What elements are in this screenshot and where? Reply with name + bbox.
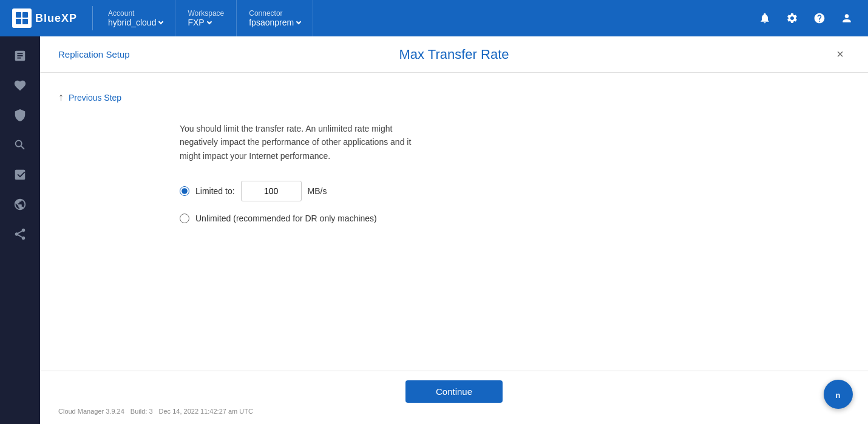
netapp-logo[interactable]: BlueXP	[12, 8, 77, 28]
workspace-selector[interactable]: Workspace FXP	[175, 0, 237, 36]
connector-selector[interactable]: Connector fpsaonprem	[237, 0, 313, 36]
sidebar	[0, 36, 40, 424]
sidebar-item-reports[interactable]	[7, 161, 33, 188]
logo-box	[12, 8, 32, 28]
svg-line-8	[18, 231, 22, 234]
svg-point-5	[15, 232, 19, 236]
workspace-chevron-icon	[206, 19, 211, 24]
header-icons	[753, 6, 868, 30]
unlimited-radio[interactable]	[180, 214, 189, 223]
connector-value: fpsaonprem	[249, 18, 300, 27]
svg-rect-1	[22, 12, 28, 18]
date-label: Dec 14, 2022 11:42:27 am UTC	[159, 408, 253, 415]
user-button[interactable]	[835, 6, 859, 30]
account-chevron-icon	[158, 19, 163, 24]
arrow-up-icon: ↑	[58, 91, 64, 104]
limited-radio[interactable]	[180, 186, 189, 196]
sidebar-item-health[interactable]	[7, 72, 33, 99]
nav-divider-1	[92, 6, 93, 30]
sidebar-item-settings[interactable]	[7, 191, 33, 218]
transfer-rate-input[interactable]	[241, 181, 302, 201]
close-button[interactable]: ×	[830, 45, 850, 64]
limited-option: Limited to: MB/s	[180, 181, 850, 201]
health-icon	[13, 79, 27, 92]
previous-step-button[interactable]: ↑ Previous Step	[58, 91, 121, 104]
connector-chevron-icon	[296, 19, 301, 24]
header-nav: Account hybrid_cloud Workspace FXP Conne…	[89, 0, 753, 36]
breadcrumb: Replication Setup	[58, 49, 130, 59]
notification-button[interactable]	[753, 6, 777, 30]
footer-buttons: Continue	[58, 380, 850, 403]
panel-body: ↑ Previous Step You should limit the tra…	[40, 73, 868, 371]
svg-point-4	[22, 229, 25, 232]
account-label: Account	[108, 9, 163, 18]
chart-icon	[13, 168, 27, 181]
unit-label: MB/s	[308, 186, 327, 196]
workspace-label: Workspace	[188, 9, 224, 18]
version-label: Cloud Manager 3.9.24	[58, 408, 124, 415]
info-text: You should limit the transfer rate. An u…	[180, 122, 422, 163]
logo-area: BlueXP	[0, 8, 89, 28]
panel-header: Replication Setup Max Transfer Rate ×	[40, 36, 868, 73]
share-icon	[13, 227, 27, 241]
help-button[interactable]	[807, 6, 832, 30]
globe-icon	[13, 198, 27, 211]
account-selector[interactable]: Account hybrid_cloud	[96, 0, 175, 36]
gear-icon	[786, 12, 798, 24]
search-icon	[13, 138, 27, 152]
svg-rect-0	[16, 12, 21, 18]
panel-header-wrapper: Replication Setup Max Transfer Rate ×	[58, 45, 850, 64]
netapp-logo-svg	[15, 11, 29, 25]
sidebar-item-canvas[interactable]	[7, 42, 33, 69]
question-icon	[813, 12, 826, 24]
workspace-value: FXP	[188, 18, 224, 27]
form-area: You should limit the transfer rate. An u…	[180, 122, 850, 223]
continue-button[interactable]: Continue	[405, 380, 503, 403]
sidebar-item-protection[interactable]	[7, 102, 33, 129]
user-icon	[841, 12, 853, 24]
transfer-rate-options: Limited to: MB/s Unlimited (recommended …	[180, 181, 850, 223]
footer-info: Cloud Manager 3.9.24 Build: 3 Dec 14, 20…	[58, 408, 850, 415]
floating-help-icon: n	[832, 388, 845, 401]
unlimited-label: Unlimited (recommended for DR only machi…	[195, 214, 377, 223]
connector-label: Connector	[249, 9, 300, 18]
page-title: Max Transfer Rate	[399, 47, 509, 62]
shield-icon	[13, 109, 27, 122]
floating-help-button[interactable]: n	[824, 380, 853, 409]
unlimited-option: Unlimited (recommended for DR only machi…	[180, 214, 850, 223]
previous-step-label: Previous Step	[69, 93, 121, 103]
panel-footer: Continue Cloud Manager 3.9.24 Build: 3 D…	[40, 371, 868, 424]
canvas-icon	[13, 49, 27, 62]
account-value: hybrid_cloud	[108, 18, 163, 27]
bell-icon	[759, 12, 771, 24]
sidebar-item-integrations[interactable]	[7, 221, 33, 247]
svg-line-7	[18, 235, 22, 237]
limited-label: Limited to:	[195, 186, 235, 196]
header: BlueXP Account hybrid_cloud Workspace FX…	[0, 0, 868, 36]
svg-text:n: n	[835, 391, 840, 400]
build-label: Build: 3	[131, 408, 153, 415]
svg-point-6	[22, 237, 25, 240]
svg-rect-2	[16, 19, 21, 24]
content-area: Replication Setup Max Transfer Rate × ↑ …	[40, 36, 868, 424]
svg-rect-3	[22, 19, 28, 24]
brand-name: BlueXP	[35, 12, 77, 25]
sidebar-item-governance[interactable]	[7, 132, 33, 158]
settings-button[interactable]	[780, 6, 804, 30]
main-layout: Replication Setup Max Transfer Rate × ↑ …	[0, 36, 868, 424]
